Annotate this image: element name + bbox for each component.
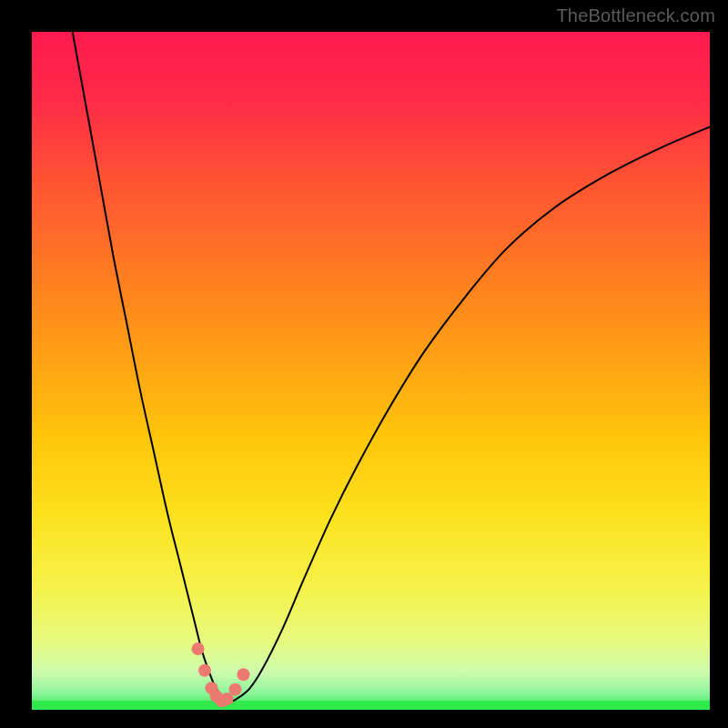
green-band — [32, 701, 710, 710]
watermark-text: TheBottleneck.com — [556, 5, 715, 26]
trough-marker — [192, 642, 205, 655]
chart-frame: TheBottleneck.com — [0, 0, 728, 728]
gradient-background — [32, 32, 710, 710]
trough-marker — [229, 683, 242, 696]
plot-area — [32, 32, 710, 710]
trough-marker — [237, 668, 249, 681]
chart-svg — [32, 32, 710, 710]
trough-marker — [198, 664, 211, 677]
